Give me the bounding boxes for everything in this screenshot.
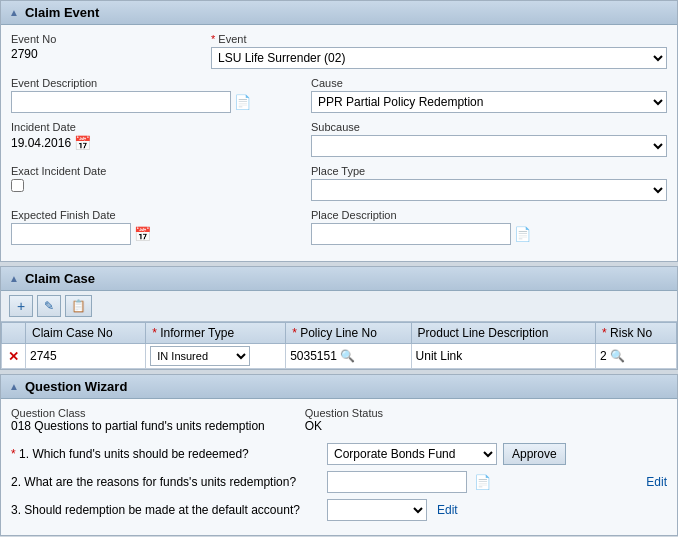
event-label: Event [211, 33, 667, 45]
question-class-value: 018 Questions to partial fund's units re… [11, 419, 265, 433]
expected-finish-group: Expected Finish Date 📅 [11, 209, 291, 245]
event-row-1: Event No 2790 Event LSU Life Surrender (… [11, 33, 667, 69]
row-informer-type-cell: IN Insured [146, 344, 286, 369]
event-row-5: Expected Finish Date 📅 Place Description… [11, 209, 667, 245]
claim-case-title: Claim Case [25, 271, 95, 286]
question-wizard-title: Question Wizard [25, 379, 127, 394]
question-wizard-section: ▲ Question Wizard Question Class 018 Que… [0, 374, 678, 536]
claim-event-body: Event No 2790 Event LSU Life Surrender (… [1, 25, 677, 261]
incident-date-wrapper: 19.04.2016 📅 [11, 135, 291, 151]
event-group: Event LSU Life Surrender (02) [211, 33, 667, 69]
edit-claim-case-btn[interactable]: ✎ [37, 295, 61, 317]
event-desc-input[interactable] [11, 91, 231, 113]
event-row-3: Incident Date 19.04.2016 📅 Subcause [11, 121, 667, 157]
row-delete-btn[interactable]: ✕ [6, 349, 21, 364]
approve-btn[interactable]: Approve [503, 443, 566, 465]
question-wizard-collapse-icon: ▲ [9, 381, 19, 392]
question-3-edit-link[interactable]: Edit [437, 503, 458, 517]
risk-no-search-btn[interactable]: 🔍 [610, 349, 625, 363]
question-1-label: 1. Which fund's units should be redeemed… [11, 447, 321, 461]
row-delete-cell: ✕ [2, 344, 26, 369]
question-1-select[interactable]: Corporate Bonds Fund [327, 443, 497, 465]
expected-finish-label: Expected Finish Date [11, 209, 291, 221]
event-row-2: Event Description 📄 Cause PPR Partial Po… [11, 77, 667, 113]
delete-claim-case-btn[interactable]: 📋 [65, 295, 92, 317]
qw-status-row: Question Class 018 Questions to partial … [11, 407, 667, 433]
claim-case-table-container: Claim Case No Informer Type Policy Line … [1, 322, 677, 369]
row-claim-case-no: 2745 [26, 344, 146, 369]
question-wizard-body: Question Class 018 Questions to partial … [1, 399, 677, 535]
question-wizard-header[interactable]: ▲ Question Wizard [1, 375, 677, 399]
event-desc-label: Event Description [11, 77, 291, 89]
table-row: ✕ 2745 IN Insured 5035151 🔍 Unit Link 2 [2, 344, 677, 369]
expected-finish-input[interactable] [11, 223, 131, 245]
place-desc-input[interactable] [311, 223, 511, 245]
col-product-line-desc: Product Line Description [411, 323, 595, 344]
policy-line-search-btn[interactable]: 🔍 [340, 349, 355, 363]
question-2-input[interactable] [327, 471, 467, 493]
row-policy-line-no-cell: 5035151 🔍 [286, 344, 411, 369]
place-type-select[interactable] [311, 179, 667, 201]
question-status-group: Question Status OK [305, 407, 383, 433]
subcause-select[interactable] [311, 135, 667, 157]
col-risk-no: Risk No [596, 323, 677, 344]
question-row-3: 3. Should redemption be made at the defa… [11, 499, 667, 521]
claim-case-header[interactable]: ▲ Claim Case [1, 267, 677, 291]
event-desc-input-wrapper: 📄 [11, 91, 291, 113]
event-desc-group: Event Description 📄 [11, 77, 291, 113]
question-3-label: 3. Should redemption be made at the defa… [11, 503, 321, 517]
event-desc-note-btn[interactable]: 📄 [233, 94, 252, 110]
incident-date-group: Incident Date 19.04.2016 📅 [11, 121, 291, 157]
event-no-value: 2790 [11, 47, 191, 61]
cause-select[interactable]: PPR Partial Policy Redemption [311, 91, 667, 113]
incident-date-calendar-btn[interactable]: 📅 [73, 135, 92, 151]
question-class-label: Question Class [11, 407, 265, 419]
claim-event-title: Claim Event [25, 5, 99, 20]
col-informer-type: Informer Type [146, 323, 286, 344]
subcause-label: Subcause [311, 121, 667, 133]
claim-case-collapse-icon: ▲ [9, 273, 19, 284]
cause-label: Cause [311, 77, 667, 89]
expected-finish-wrapper: 📅 [11, 223, 291, 245]
question-2-label: 2. What are the reasons for funds's unit… [11, 475, 321, 489]
question-2-note-btn[interactable]: 📄 [473, 474, 492, 490]
exact-incident-checkbox-wrapper [11, 179, 291, 192]
place-desc-wrapper: 📄 [311, 223, 667, 245]
col-delete [2, 323, 26, 344]
exact-incident-checkbox[interactable] [11, 179, 24, 192]
exact-incident-label: Exact Incident Date [11, 165, 291, 177]
claim-case-table-header-row: Claim Case No Informer Type Policy Line … [2, 323, 677, 344]
cause-group: Cause PPR Partial Policy Redemption [311, 77, 667, 113]
claim-case-table: Claim Case No Informer Type Policy Line … [1, 322, 677, 369]
collapse-icon: ▲ [9, 7, 19, 18]
exact-incident-group: Exact Incident Date [11, 165, 291, 201]
event-no-label: Event No [11, 33, 191, 45]
place-desc-label: Place Description [311, 209, 667, 221]
add-claim-case-btn[interactable]: + [9, 295, 33, 317]
question-row-1: 1. Which fund's units should be redeemed… [11, 443, 667, 465]
event-row-4: Exact Incident Date Place Type [11, 165, 667, 201]
incident-date-value: 19.04.2016 [11, 136, 71, 150]
subcause-group: Subcause [311, 121, 667, 157]
claim-case-section: ▲ Claim Case + ✎ 📋 Claim Case No Informe… [0, 266, 678, 370]
col-policy-line-no: Policy Line No [286, 323, 411, 344]
event-select[interactable]: LSU Life Surrender (02) [211, 47, 667, 69]
row-risk-no-cell: 2 🔍 [596, 344, 677, 369]
question-class-group: Question Class 018 Questions to partial … [11, 407, 265, 433]
col-claim-case-no: Claim Case No [26, 323, 146, 344]
incident-date-label: Incident Date [11, 121, 291, 133]
event-no-group: Event No 2790 [11, 33, 191, 69]
expected-finish-calendar-btn[interactable]: 📅 [133, 226, 152, 242]
place-desc-group: Place Description 📄 [311, 209, 667, 245]
claim-case-toolbar: + ✎ 📋 [1, 291, 677, 322]
question-3-select[interactable] [327, 499, 427, 521]
place-type-label: Place Type [311, 165, 667, 177]
question-row-2: 2. What are the reasons for funds's unit… [11, 471, 667, 493]
place-desc-note-btn[interactable]: 📄 [513, 226, 532, 242]
question-status-label: Question Status [305, 407, 383, 419]
claim-event-header[interactable]: ▲ Claim Event [1, 1, 677, 25]
row-product-line-desc: Unit Link [411, 344, 595, 369]
question-2-edit-link[interactable]: Edit [646, 475, 667, 489]
place-type-group: Place Type [311, 165, 667, 201]
informer-type-select[interactable]: IN Insured [150, 346, 250, 366]
